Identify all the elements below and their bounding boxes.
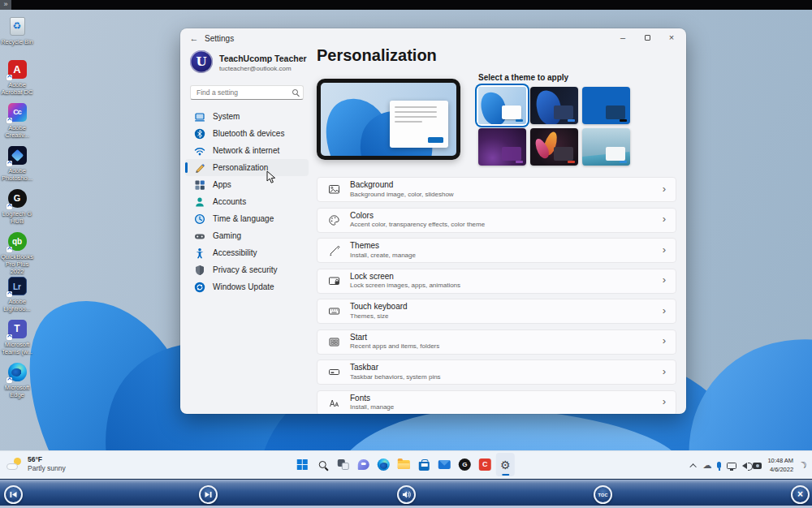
- sidebar-item-time-language[interactable]: Time & language: [185, 210, 309, 227]
- start-layout-icon: [328, 336, 340, 348]
- store-button[interactable]: [415, 453, 434, 476]
- taskbar-search-button[interactable]: [313, 453, 332, 476]
- close-player-button[interactable]: ×: [791, 485, 810, 504]
- settings-row-background[interactable]: Background Background image, color, slid…: [317, 177, 676, 202]
- desktop-icon-quickbooks[interactable]: qb QuickBooks Pro Plus 2022: [1, 231, 33, 275]
- task-view-button[interactable]: [334, 453, 352, 476]
- folder-icon: [398, 460, 410, 469]
- sidebar-nav: System Bluetooth & devices Network & int…: [185, 108, 309, 295]
- chevron-right-icon: ›: [663, 395, 666, 407]
- back-button[interactable]: ←: [188, 32, 201, 45]
- taskbar-center: G C ⚙: [293, 453, 515, 476]
- user-email: tucteacher@outlook.com: [219, 65, 292, 72]
- desktop-icon-photoshop-elements[interactable]: Adobe Photosho...: [1, 145, 33, 182]
- desktop-icon-teams[interactable]: T Microsoft Teams (w...: [1, 319, 33, 355]
- desktop-icon-edge[interactable]: Microsoft Edge: [1, 362, 33, 398]
- weather-widget[interactable]: 56°F Partly sunny: [6, 455, 66, 473]
- creative-cloud-icon: Cc: [8, 103, 27, 122]
- screen: » ♻ Recycle Bin A Adobe Acrobat DC Cc Ad…: [0, 0, 812, 508]
- settings-row-touch-keyboard[interactable]: Touch keyboard Themes, size ›: [317, 299, 676, 324]
- play-next-button[interactable]: [199, 485, 218, 504]
- settings-row-colors[interactable]: Colors Accent color, transparency effect…: [317, 208, 676, 233]
- sidebar-item-privacy[interactable]: Privacy & security: [185, 261, 309, 278]
- focus-assist-moon-icon[interactable]: ☽: [797, 459, 809, 471]
- sidebar-item-gaming[interactable]: Gaming: [185, 227, 309, 244]
- speaker-icon[interactable]: [742, 463, 747, 469]
- desktop-icon-acrobat[interactable]: A Adobe Acrobat DC: [1, 59, 33, 96]
- chevron-right-icon: ›: [663, 304, 666, 316]
- apps-grid-icon: [194, 179, 205, 191]
- search-box: [190, 85, 304, 100]
- sidebar-item-personalization[interactable]: Personalization: [185, 159, 309, 176]
- sidebar-item-network[interactable]: Network & internet: [185, 142, 309, 159]
- mouse-cursor: [266, 170, 276, 187]
- settings-row-start[interactable]: Start Recent apps and items, folders ›: [317, 329, 676, 355]
- chevron-right-icon: ›: [663, 213, 666, 225]
- system-tray: ☁ 10:48 AM 4/6/2022 ☽: [692, 451, 807, 480]
- onedrive-cloud-icon[interactable]: ☁: [702, 461, 711, 470]
- edge-button[interactable]: [374, 453, 393, 476]
- maximize-button[interactable]: [637, 31, 657, 44]
- microphone-icon[interactable]: [717, 462, 721, 468]
- minimize-button[interactable]: –: [613, 31, 633, 44]
- desktop-icon-lightroom[interactable]: Lr Adobe Lightroo...: [1, 276, 33, 312]
- search-icon: [319, 461, 326, 468]
- store-bag-icon: [419, 462, 430, 471]
- theme-thumbnail-captured-motion[interactable]: [530, 128, 578, 166]
- sidebar-item-apps[interactable]: Apps: [185, 176, 309, 193]
- theme-thumbnail-blue[interactable]: [582, 87, 630, 124]
- avatar[interactable]: U: [190, 50, 213, 73]
- sidebar-item-bluetooth[interactable]: Bluetooth & devices: [185, 125, 309, 142]
- mail-button[interactable]: [435, 453, 454, 476]
- clock[interactable]: 10:48 AM 4/6/2022: [767, 457, 793, 473]
- desktop-icon-creative-cloud[interactable]: Cc Adobe Creativ...: [1, 102, 33, 139]
- settings-taskbar-button[interactable]: ⚙: [496, 453, 515, 476]
- volume-button[interactable]: [397, 485, 416, 504]
- recorder-button[interactable]: C: [476, 453, 495, 476]
- webcam-icon[interactable]: [753, 463, 762, 469]
- chevron-right-icon: ›: [663, 183, 666, 195]
- sidebar-item-accounts[interactable]: Accounts: [185, 193, 309, 210]
- taskbar-icon: [328, 366, 340, 378]
- theme-thumbnail-sunrise[interactable]: [582, 128, 630, 166]
- settings-row-fonts[interactable]: Fonts Install, manage ›: [317, 390, 676, 415]
- windows-logo-icon: [297, 459, 308, 470]
- desktop-icon-ghub[interactable]: G Logitech G HUB: [1, 188, 33, 225]
- update-arrows-icon: [194, 282, 205, 293]
- settings-row-themes[interactable]: Themes Install, create, manage ›: [317, 238, 676, 263]
- toc-button[interactable]: TOC: [594, 485, 612, 504]
- file-explorer-button[interactable]: [395, 453, 413, 476]
- maximize-icon: [645, 35, 650, 41]
- desktop-icon-recycle-bin[interactable]: ♻ Recycle Bin: [1, 16, 33, 45]
- expander-button[interactable]: »: [0, 0, 11, 10]
- display-cast-icon[interactable]: [727, 463, 736, 469]
- taskbar: 56°F Partly sunny G C ⚙ ☁ 10:48 A: [0, 450, 812, 479]
- chevron-right-icon: ›: [663, 365, 666, 377]
- settings-row-lock-screen[interactable]: Lock screen Lock screen images, apps, an…: [317, 269, 676, 294]
- recycle-bin-icon: ♻: [10, 17, 25, 36]
- theme-thumbnail-glow[interactable]: [478, 128, 526, 166]
- theme-thumbnail-windows-light[interactable]: [478, 87, 526, 124]
- sidebar-item-system[interactable]: System: [185, 108, 309, 125]
- chevron-right-icon: ›: [663, 273, 666, 286]
- chat-button[interactable]: [354, 453, 373, 476]
- chat-bubble-icon: [357, 459, 369, 470]
- sidebar-item-accessibility[interactable]: Accessibility: [185, 244, 309, 261]
- theme-thumbnail-windows-dark[interactable]: [530, 87, 578, 124]
- ghub-button[interactable]: G: [456, 453, 474, 476]
- lock-screen-icon: [328, 275, 340, 287]
- shield-icon: [194, 265, 205, 276]
- weather-temp: 56°F: [28, 455, 66, 464]
- logitech-g-icon: G: [8, 189, 27, 208]
- quickbooks-icon: qb: [8, 232, 27, 251]
- chevron-right-icon: ›: [663, 243, 666, 256]
- settings-row-taskbar[interactable]: Taskbar Taskbar behaviors, system pins ›: [317, 359, 676, 385]
- tray-overflow-chevron-icon[interactable]: [690, 463, 697, 470]
- sidebar-item-windows-update[interactable]: Windows Update: [185, 278, 309, 295]
- acrobat-icon: A: [8, 60, 27, 79]
- search-input[interactable]: [197, 87, 287, 98]
- skip-to-start-button[interactable]: [4, 485, 23, 504]
- close-window-button[interactable]: ×: [662, 31, 681, 44]
- start-button[interactable]: [293, 453, 312, 476]
- logitech-g-icon: G: [459, 458, 471, 471]
